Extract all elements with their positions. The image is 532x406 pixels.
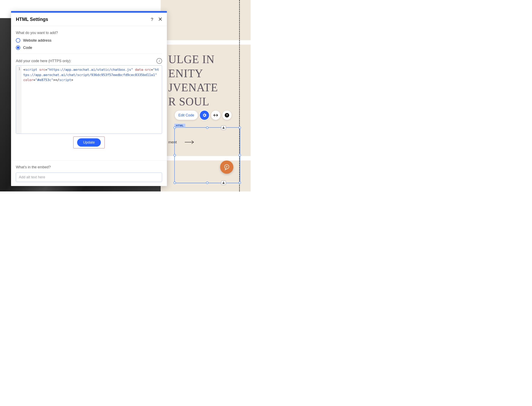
resize-handle[interactable] — [206, 181, 209, 184]
update-highlight-box: Update — [73, 137, 105, 148]
modal-header: HTML Settings ? — [11, 13, 167, 26]
edit-code-button[interactable]: Edit Code — [175, 111, 198, 120]
settings-button[interactable] — [200, 111, 209, 120]
svg-point-8 — [224, 165, 229, 169]
dock-top-handle[interactable] — [221, 125, 226, 130]
resize-handle[interactable] — [174, 154, 176, 156]
resize-handle[interactable] — [206, 126, 209, 129]
resize-handle[interactable] — [174, 126, 176, 129]
dock-bottom-handle[interactable] — [221, 181, 226, 185]
radio-code[interactable]: Code — [16, 45, 162, 50]
add-type-label: What do you want to add? — [16, 31, 162, 35]
update-button[interactable]: Update — [77, 138, 101, 147]
info-icon[interactable]: i — [156, 58, 162, 64]
selection-badge: HTML — [174, 124, 185, 128]
embed-label: What's in the embed? — [16, 165, 162, 169]
radio-label: Code — [23, 45, 32, 50]
editor-canvas: ULGE IN ENITY JVENATE R SOUL ment Edit C… — [0, 0, 251, 191]
resize-handle[interactable] — [238, 126, 241, 129]
modal-title: HTML Settings — [16, 17, 48, 22]
element-toolbar: Edit Code ? — [175, 111, 231, 120]
radio-label: Website address — [23, 38, 51, 43]
help-icon[interactable]: ? — [151, 17, 153, 22]
hero-headline: ULGE IN ENITY JVENATE R SOUL — [168, 52, 241, 109]
chat-widget-button[interactable] — [220, 160, 233, 174]
svg-text:?: ? — [226, 113, 228, 117]
code-content[interactable]: <script src="https://app.aerochat.ai/sta… — [21, 65, 162, 134]
html-element-selection[interactable]: HTML — [174, 127, 240, 183]
resize-handle[interactable] — [174, 181, 176, 184]
alt-text-input[interactable] — [16, 173, 162, 182]
line-number: 1 — [17, 67, 20, 71]
modal-body: What do you want to add? Website address… — [11, 26, 167, 160]
radio-icon — [16, 38, 20, 43]
html-settings-modal: HTML Settings ? What do you want to add?… — [11, 11, 167, 186]
close-icon[interactable] — [158, 17, 162, 22]
code-editor[interactable]: 1 <script src="https://app.aerochat.ai/s… — [16, 65, 162, 134]
stretch-button[interactable] — [211, 111, 220, 120]
resize-handle[interactable] — [238, 154, 241, 156]
line-gutter: 1 — [16, 65, 21, 134]
resize-handle[interactable] — [238, 181, 241, 184]
section-divider — [161, 40, 251, 45]
embed-section: What's in the embed? — [11, 160, 167, 186]
radio-website-address[interactable]: Website address — [16, 38, 162, 43]
help-button[interactable]: ? — [222, 111, 231, 120]
code-section-label: Add your code here (HTTPS only): — [16, 59, 71, 63]
modal-accent-bar — [11, 11, 167, 13]
radio-icon — [16, 45, 20, 50]
section-divider — [16, 53, 162, 54]
